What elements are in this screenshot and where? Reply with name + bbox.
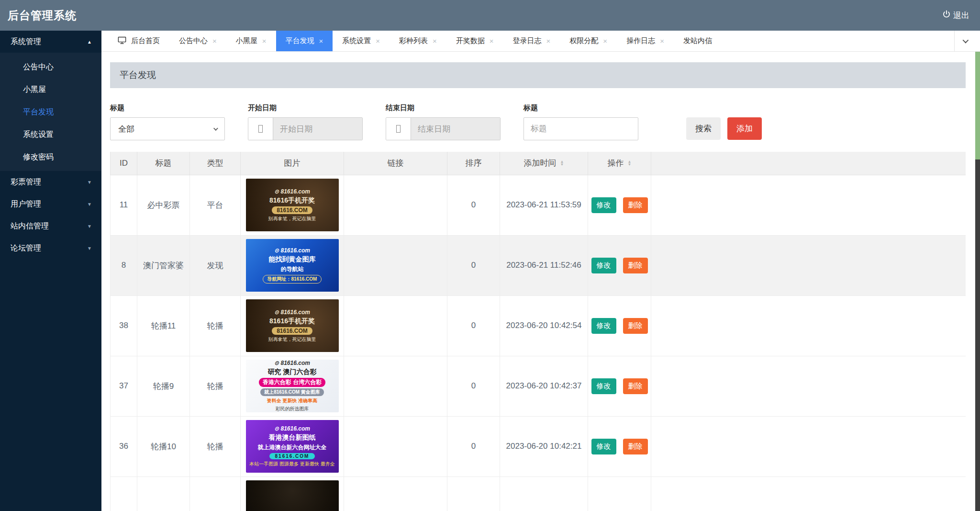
chevron-down-icon — [963, 37, 969, 44]
close-icon[interactable]: × — [212, 37, 217, 45]
column-header-7[interactable]: 操作▲▼ — [588, 152, 651, 175]
sidebar-item-label: 站内信管理 — [11, 221, 49, 231]
cell-filler — [651, 295, 966, 356]
close-icon[interactable]: × — [433, 37, 437, 45]
category-select[interactable]: 全部 — [110, 117, 225, 140]
monitor-icon — [118, 36, 126, 45]
data-table: ID标题类型图片链接排序添加时间▲▼操作▲▼ 11必中彩票平台⊙ 81616.c… — [110, 152, 966, 511]
tab-overflow-button[interactable] — [954, 31, 975, 52]
close-icon[interactable]: × — [490, 37, 494, 45]
banner-image: ⊙ 81616.com能找到黄金图库的导航站导航网址：81616.COM — [246, 239, 339, 292]
banner-text-line: 81616.COM — [272, 206, 312, 214]
action-buttons: 修改删除 — [588, 378, 651, 394]
sidebar-subitem-0-2[interactable]: 平台发现 — [0, 101, 101, 123]
cell-title: 轮播10 — [137, 416, 190, 477]
content: 平台发现 标题 全部 开始日期 开始日期 — [101, 52, 980, 511]
cell-sort: 0 — [447, 235, 500, 295]
column-header-inner: ID — [111, 159, 137, 168]
sidebar-subitem-0-3[interactable]: 系统设置 — [0, 123, 101, 146]
cell-actions — [588, 477, 651, 511]
column-header-inner: 添加时间▲▼ — [500, 158, 588, 169]
cell-id: 36 — [111, 416, 137, 477]
delete-button[interactable]: 删除 — [623, 197, 648, 213]
cell-time: 2023-06-21 11:53:59 — [500, 175, 588, 235]
action-buttons: 修改删除 — [588, 197, 651, 213]
delete-button[interactable]: 删除 — [623, 318, 648, 334]
column-header-label: 标题 — [156, 158, 172, 169]
column-header-inner: 操作▲▼ — [588, 158, 651, 169]
cell-type: 轮播 — [190, 356, 241, 416]
close-icon[interactable]: × — [603, 37, 607, 45]
title-input[interactable] — [523, 117, 638, 140]
close-icon[interactable]: × — [376, 37, 380, 45]
tab-label: 公告中心 — [179, 36, 208, 45]
column-header-4: 链接 — [344, 152, 447, 175]
cell-actions: 修改删除 — [588, 295, 651, 356]
tab-8[interactable]: 权限分配× — [560, 31, 617, 51]
banner-text-line: ⊙ 81616.com — [274, 309, 310, 316]
tab-7[interactable]: 登录日志× — [503, 31, 560, 51]
column-header-inner: 链接 — [344, 158, 447, 169]
tab-0[interactable]: 后台首页 — [108, 31, 169, 51]
logout-button[interactable]: 退出 — [942, 10, 969, 22]
edit-button[interactable]: 修改 — [591, 258, 616, 273]
sort-icon: ▲▼ — [560, 160, 564, 166]
banner-text-line: 香港六合彩 台湾六合彩 — [259, 378, 325, 387]
topbar: 后台管理系统 退出 — [0, 0, 980, 31]
delete-button[interactable]: 删除 — [623, 258, 648, 273]
tab-5[interactable]: 彩种列表× — [390, 31, 446, 51]
close-icon[interactable]: × — [660, 37, 664, 45]
column-header-3: 图片 — [241, 152, 344, 175]
edit-button[interactable]: 修改 — [591, 318, 616, 334]
tab-2[interactable]: 小黑屋× — [226, 31, 276, 51]
chevron-up-icon: ▲ — [87, 39, 92, 45]
close-icon[interactable]: × — [319, 37, 323, 45]
tab-label: 登录日志 — [513, 36, 542, 45]
scrollbar-thumb[interactable] — [975, 52, 980, 159]
sidebar-item-4[interactable]: 论坛管理▼ — [0, 237, 101, 259]
cell-image: ⊙ 81616.com81616手机开奖81616.COM别再拿笔，死记在脑里 — [241, 175, 344, 235]
close-icon[interactable]: × — [262, 37, 267, 45]
cell-link — [344, 477, 447, 511]
cell-image: ⊙ 81616.com研究 澳门六合彩香港六合彩 台湾六合彩就上81616.CO… — [241, 356, 344, 416]
sort-down-icon: ▼ — [560, 163, 564, 166]
start-date-input[interactable]: 开始日期 — [248, 117, 363, 140]
add-button[interactable]: 添加 — [727, 117, 762, 140]
column-header-6[interactable]: 添加时间▲▼ — [500, 152, 588, 175]
banner-image: ⊙ 81616.com81616手机开奖81616.COM别再拿笔，死记在脑里 — [246, 179, 339, 231]
app-title: 后台管理系统 — [8, 8, 77, 23]
edit-button[interactable]: 修改 — [591, 378, 616, 394]
tab-label: 后台首页 — [131, 36, 160, 45]
sidebar-item-0[interactable]: 系统管理▲ — [0, 31, 101, 53]
sidebar-item-3[interactable]: 站内信管理▼ — [0, 215, 101, 237]
delete-button[interactable]: 删除 — [623, 439, 648, 454]
tab-4[interactable]: 系统设置× — [333, 31, 390, 51]
sidebar-subitem-0-0[interactable]: 公告中心 — [0, 56, 101, 78]
tab-10[interactable]: 发站内信 — [674, 31, 722, 51]
tab-label: 权限分配 — [569, 36, 598, 45]
column-header-label: 操作 — [608, 158, 624, 169]
action-buttons: 修改删除 — [588, 258, 651, 273]
search-button[interactable]: 搜索 — [686, 117, 721, 140]
sidebar-item-1[interactable]: 彩票管理▼ — [0, 171, 101, 193]
tab-1[interactable]: 公告中心× — [169, 31, 226, 51]
table-row: 38轮播11轮播⊙ 81616.com81616手机开奖81616.COM别再拿… — [111, 295, 966, 356]
column-header-inner: 标题 — [137, 158, 189, 169]
end-date-input[interactable]: 结束日期 — [386, 117, 501, 140]
edit-button[interactable]: 修改 — [591, 197, 616, 213]
tab-9[interactable]: 操作日志× — [617, 31, 674, 51]
tab-6[interactable]: 开奖数据× — [446, 31, 503, 51]
end-date-label: 结束日期 — [386, 103, 501, 113]
tab-3[interactable]: 平台发现× — [276, 31, 333, 51]
close-icon[interactable]: × — [546, 37, 551, 45]
sidebar-item-2[interactable]: 用户管理▼ — [0, 193, 101, 215]
vertical-scrollbar[interactable] — [975, 52, 980, 511]
sidebar-submenu: 公告中心小黑屋平台发现系统设置修改密码 — [0, 53, 101, 171]
banner-text-line: 81616.COM — [269, 453, 315, 459]
edit-button[interactable]: 修改 — [591, 439, 616, 454]
column-header-label: 添加时间 — [524, 158, 557, 169]
sidebar-subitem-0-1[interactable]: 小黑屋 — [0, 78, 101, 101]
action-buttons: 修改删除 — [588, 318, 651, 334]
sidebar-subitem-0-4[interactable]: 修改密码 — [0, 146, 101, 168]
delete-button[interactable]: 删除 — [623, 378, 648, 394]
